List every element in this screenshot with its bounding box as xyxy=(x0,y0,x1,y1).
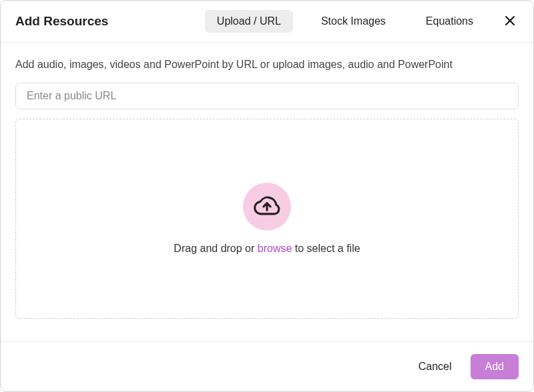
modal-header: Add Resources Upload / URL Stock Images … xyxy=(1,1,533,43)
tab-stock-images[interactable]: Stock Images xyxy=(309,10,398,33)
modal-body: Add audio, images, videos and PowerPoint… xyxy=(1,43,533,341)
tab-equations[interactable]: Equations xyxy=(414,10,485,33)
upload-icon-circle xyxy=(243,183,291,231)
browse-link[interactable]: browse xyxy=(258,243,292,254)
add-resources-modal: Add Resources Upload / URL Stock Images … xyxy=(0,0,534,392)
dropzone-prefix: Drag and drop or xyxy=(174,243,257,254)
modal-footer: Cancel Add xyxy=(1,341,533,391)
close-icon xyxy=(505,14,515,29)
tab-upload-url[interactable]: Upload / URL xyxy=(205,10,293,33)
dropzone-text: Drag and drop or browse to select a file xyxy=(174,243,360,255)
url-input[interactable] xyxy=(15,83,519,109)
description-text: Add audio, images, videos and PowerPoint… xyxy=(15,59,519,71)
close-button[interactable] xyxy=(501,13,519,30)
dropzone-suffix: to select a file xyxy=(292,243,360,254)
add-button[interactable]: Add xyxy=(471,354,519,379)
file-dropzone[interactable]: Drag and drop or browse to select a file xyxy=(15,119,519,319)
cancel-button[interactable]: Cancel xyxy=(412,355,459,378)
modal-title: Add Resources xyxy=(15,14,205,29)
cloud-upload-icon xyxy=(252,191,282,223)
tabs: Upload / URL Stock Images Equations xyxy=(205,10,485,33)
